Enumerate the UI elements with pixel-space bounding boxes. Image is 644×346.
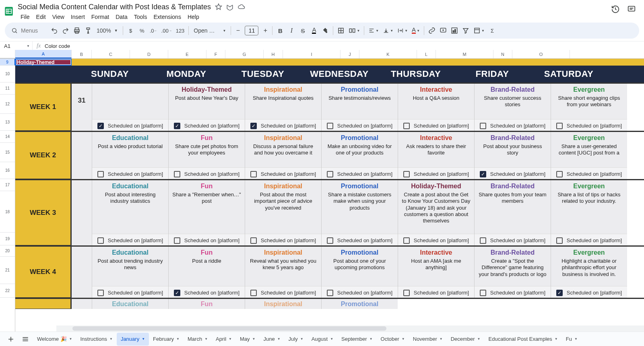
col-header-N[interactable]: N xyxy=(493,50,512,58)
scheduled-checkbox[interactable] xyxy=(250,290,257,296)
increase-font-button[interactable]: + xyxy=(261,27,270,34)
chevron-down-icon[interactable]: ▼ xyxy=(330,337,333,341)
chevron-down-icon[interactable]: ▼ xyxy=(277,337,281,341)
sheets-logo[interactable] xyxy=(3,4,14,19)
currency-button[interactable]: $ xyxy=(126,25,136,36)
menu-edit[interactable]: Edit xyxy=(33,12,49,22)
more-formats-button[interactable]: 123 xyxy=(174,25,186,36)
chart-button[interactable] xyxy=(449,25,460,36)
chevron-down-icon[interactable]: ▼ xyxy=(176,337,180,341)
chevron-down-icon[interactable]: ▼ xyxy=(477,337,481,341)
scheduled-checkbox[interactable] xyxy=(556,123,563,129)
menu-tools[interactable]: Tools xyxy=(131,12,150,22)
menu-insert[interactable]: Insert xyxy=(68,12,88,22)
scheduled-checkbox[interactable] xyxy=(480,123,486,129)
merge-button[interactable]: ▼ xyxy=(347,25,361,36)
valign-button[interactable]: ▼ xyxy=(381,25,395,36)
column-headers[interactable]: ABCDEFGHIJKLMNO xyxy=(0,50,644,59)
row-header-17[interactable]: 17 xyxy=(0,179,15,191)
link-button[interactable] xyxy=(427,25,437,36)
sheet-tab-december[interactable]: December▼ xyxy=(447,333,485,346)
wrap-button[interactable]: ▼ xyxy=(396,25,409,36)
menu-help[interactable]: Help xyxy=(185,12,202,22)
scheduled-checkbox[interactable] xyxy=(403,123,410,129)
fill-color-button[interactable] xyxy=(320,25,330,36)
menu-file[interactable]: File xyxy=(18,12,33,22)
col-header-I[interactable]: I xyxy=(283,50,341,58)
col-header-F[interactable]: F xyxy=(206,50,225,58)
chevron-down-icon[interactable]: ▼ xyxy=(440,337,443,341)
row-header-9[interactable]: 9 xyxy=(0,59,15,66)
percent-button[interactable]: % xyxy=(137,25,147,36)
col-header-L[interactable]: L xyxy=(417,50,436,58)
scheduled-checkbox[interactable] xyxy=(250,237,257,244)
menu-data[interactable]: Data xyxy=(113,12,130,22)
paint-format-button[interactable] xyxy=(83,25,93,36)
menu-search-input[interactable] xyxy=(20,27,44,34)
col-header-M[interactable]: M xyxy=(436,50,493,58)
scheduled-checkbox[interactable] xyxy=(556,171,563,177)
row-header-19[interactable]: 19 xyxy=(0,233,15,245)
scheduled-checkbox[interactable] xyxy=(250,171,257,177)
col-header-C[interactable]: C xyxy=(92,50,130,58)
move-icon[interactable] xyxy=(226,3,233,10)
row-header-20[interactable]: 20 xyxy=(0,245,15,257)
scheduled-checkbox[interactable] xyxy=(480,237,486,244)
row-header-10[interactable]: 10 xyxy=(0,66,15,82)
sheet-tab-fu[interactable]: Fu▼ xyxy=(562,333,582,346)
menu-extensions[interactable]: Extensions xyxy=(151,12,184,22)
menu-search[interactable] xyxy=(7,25,48,36)
increase-decimal-button[interactable]: .00→ xyxy=(160,25,173,36)
scheduled-checkbox[interactable]: ✓ xyxy=(174,123,180,129)
scrollbar-thumb[interactable] xyxy=(72,326,386,331)
scheduled-checkbox[interactable] xyxy=(403,171,410,177)
halign-button[interactable]: ▼ xyxy=(367,25,380,36)
font-size-input[interactable]: 11 xyxy=(245,26,258,35)
scheduled-checkbox[interactable]: ✓ xyxy=(480,171,486,177)
formula-value[interactable]: Color code xyxy=(45,43,70,49)
undo-button[interactable] xyxy=(49,25,60,36)
italic-button[interactable]: I xyxy=(286,25,297,36)
row-headers[interactable]: 910111213141516171819202122 xyxy=(0,59,15,332)
col-header-B[interactable]: B xyxy=(72,50,92,58)
scheduled-checkbox[interactable] xyxy=(327,123,333,129)
history-icon[interactable] xyxy=(611,5,620,14)
decrease-decimal-button[interactable]: .0← xyxy=(148,25,159,36)
row-header-21[interactable]: 21 xyxy=(0,257,15,284)
col-header-E[interactable]: E xyxy=(168,50,206,58)
sheet-tab-educational-post-examples[interactable]: Educational Post Examples▼ xyxy=(485,333,562,346)
all-sheets-button[interactable] xyxy=(19,334,32,345)
scheduled-checkbox[interactable] xyxy=(403,290,410,296)
cells-area[interactable]: Holiday-ThemedSUNDAYMONDAYTUESDAYWEDNESD… xyxy=(15,59,644,332)
chevron-down-icon[interactable]: ▼ xyxy=(555,337,558,341)
star-icon[interactable] xyxy=(215,3,222,10)
select-all-corner[interactable] xyxy=(0,50,15,58)
scheduled-checkbox[interactable] xyxy=(480,290,486,296)
col-header-K[interactable]: K xyxy=(359,50,417,58)
chevron-down-icon[interactable]: ▼ xyxy=(142,337,145,341)
scheduled-checkbox[interactable] xyxy=(97,237,104,244)
chevron-down-icon[interactable]: ▼ xyxy=(369,337,373,341)
menu-format[interactable]: Format xyxy=(89,12,112,22)
cell-a9-holiday-themed[interactable]: Holiday-Themed xyxy=(15,59,72,66)
scheduled-checkbox[interactable]: ✓ xyxy=(250,123,257,129)
scheduled-checkbox[interactable]: ✓ xyxy=(556,290,563,296)
redo-button[interactable] xyxy=(60,25,71,36)
cloud-icon[interactable] xyxy=(237,3,246,10)
row-header-15[interactable]: 15 xyxy=(0,143,15,162)
font-select[interactable]: Open …▼ xyxy=(191,27,228,35)
row-header-13[interactable]: 13 xyxy=(0,114,15,131)
sheet-tab-may[interactable]: May▼ xyxy=(236,333,259,346)
sheet-tab-june[interactable]: June▼ xyxy=(259,333,284,346)
menu-view[interactable]: View xyxy=(50,12,67,22)
scheduled-checkbox[interactable] xyxy=(97,171,104,177)
col-header-O[interactable]: O xyxy=(512,50,570,58)
scheduled-checkbox[interactable] xyxy=(327,237,333,244)
name-box[interactable]: A1▼ xyxy=(0,43,32,49)
sheet-tab-july[interactable]: July▼ xyxy=(285,333,308,346)
chevron-down-icon[interactable]: ▼ xyxy=(574,337,578,341)
doc-title[interactable]: Social Media Content Calendar with Post … xyxy=(18,3,211,11)
col-header-G[interactable]: G xyxy=(225,50,264,58)
rotate-button[interactable]: A▼ xyxy=(410,25,421,36)
borders-button[interactable] xyxy=(336,25,346,36)
